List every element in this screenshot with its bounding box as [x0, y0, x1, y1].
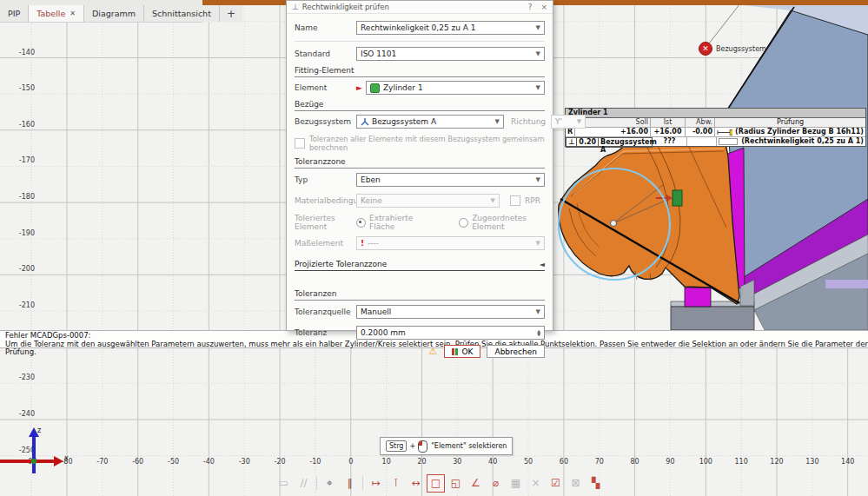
- new-tab-button[interactable]: +: [220, 5, 242, 22]
- x-tick-label: 140: [837, 458, 859, 466]
- help-button[interactable]: ?: [528, 3, 533, 11]
- table-row[interactable]: R+16.00+16.00-0.00(Radius Zylinder Bezug…: [566, 128, 865, 137]
- tab-bar: PIPTabelle✕DiagrammSchnittansicht+: [0, 0, 202, 23]
- toleranzquelle-select[interactable]: Manuell▼: [356, 305, 545, 319]
- box-select-icon[interactable]: ⌖: [321, 474, 339, 493]
- error-cross-icon: ✕: [699, 42, 712, 56]
- x-tick-label: -70: [91, 458, 114, 466]
- bezugssystem-label: Bezugssystem: [295, 117, 356, 126]
- table-row[interactable]: ⊥0.20Bezugssystem A???(Rechtwinkeligkeit…: [566, 137, 865, 146]
- diameter-dimension-icon[interactable]: ⌀: [487, 474, 505, 493]
- x-tick-label: 40: [481, 458, 504, 466]
- name-input[interactable]: Rechtwinkeligkeit 0,25 zu A 1▼: [356, 21, 545, 35]
- chevron-down-icon: ▼: [536, 84, 540, 91]
- chevron-down-icon: ▼: [536, 308, 540, 315]
- cell-pruefung: (Rechtwinkeligkeit 0,25 zu A 1): [717, 137, 865, 146]
- datum-target-marker[interactable]: [673, 190, 682, 206]
- cylinder-element-icon: [370, 83, 380, 93]
- grid-points-icon[interactable]: ▦: [507, 474, 525, 493]
- results-table[interactable]: Zylinder 1 SollIstAbw.PrüfungR+16.00+16.…: [565, 108, 866, 147]
- standard-label: Standard: [295, 50, 356, 58]
- hatch-display-icon[interactable]: ∕∕: [295, 474, 313, 493]
- compare-squares-icon[interactable]: ▚: [586, 474, 605, 493]
- warning-icon: ⚠: [429, 346, 438, 357]
- cell-abw: [687, 137, 717, 146]
- cad-part-orange-bracket[interactable]: [559, 141, 739, 304]
- discard-icon[interactable]: ⊠: [567, 474, 585, 493]
- ctrl-key-icon: Strg: [386, 440, 407, 452]
- tab-pip[interactable]: PIP: [0, 5, 29, 22]
- toleranz-label: Toleranz: [295, 328, 356, 337]
- extracted-surface-radio[interactable]: [356, 218, 366, 228]
- axis-point-icon[interactable]: ⊺: [387, 474, 405, 493]
- chevron-down-icon: ▼: [536, 50, 540, 57]
- projizierte-section[interactable]: Projizierte Toleranzzone◄: [295, 260, 545, 271]
- cad-part-lavender-strip[interactable]: [825, 280, 868, 288]
- associated-element-radio: [459, 218, 468, 228]
- required-arrow-icon: ►: [356, 83, 362, 92]
- apply-check-icon[interactable]: ☑: [547, 474, 565, 493]
- x-tick-label: 30: [446, 458, 468, 466]
- corner-zone-icon[interactable]: ◱: [447, 474, 465, 493]
- y-tick-label: -200: [2, 265, 35, 273]
- x-tick-label: -20: [268, 458, 291, 466]
- typ-select[interactable]: Eben▼: [356, 173, 545, 187]
- selection-hint-tooltip: Strg + "Element" selektieren: [380, 437, 513, 455]
- y-tick-label: -190: [2, 229, 35, 237]
- spinner-icon[interactable]: ▲▼: [537, 329, 540, 336]
- toolbar-separator: [362, 476, 363, 490]
- table-header-row: SollIstAbw.Prüfung: [566, 118, 865, 128]
- point-probe-icon[interactable]: ↦: [367, 474, 385, 493]
- x-tick-label: 50: [517, 458, 540, 466]
- standard-select[interactable]: ISO 1101▼: [356, 47, 545, 61]
- tab-diagramm[interactable]: Diagramm: [84, 5, 144, 22]
- tab-tabelle[interactable]: Tabelle✕: [29, 5, 84, 22]
- measurement-toolbar: ▭∕∕⌖∥↦⊺↔□◱∠⌀▦×☑⊠▚: [274, 473, 606, 493]
- datum-system-badge[interactable]: ✕ Bezugssystem: [699, 42, 766, 56]
- perpendicularity-icon: ⊥: [292, 3, 299, 11]
- element-select[interactable]: Zylinder 1▼: [366, 81, 545, 95]
- header-abw: Abw.: [686, 118, 715, 127]
- header-pruefung: Prüfung: [715, 118, 865, 127]
- x-tick-label: -10: [304, 458, 327, 466]
- scale-icon[interactable]: ×: [527, 474, 545, 493]
- span-bars-icon[interactable]: ∥: [341, 474, 359, 493]
- gdt-feature-control-frame: ⊥0.20Bezugssystem A: [566, 137, 653, 148]
- dialog-title: Rechtwinkligkeit prüfen: [302, 3, 520, 11]
- toleranzzone-section: Toleranzzone: [295, 157, 545, 169]
- measure-point-marker[interactable]: [611, 221, 617, 227]
- ok-button[interactable]: OK: [444, 345, 480, 358]
- x-tick-label: 0: [340, 458, 362, 466]
- length-dimension-icon[interactable]: ↔: [407, 474, 425, 493]
- cad-part-gray-block[interactable]: [671, 307, 754, 330]
- typ-label: Typ: [295, 175, 356, 184]
- x-axis-label: x: [64, 454, 69, 462]
- results-table-title: Zylinder 1: [566, 109, 865, 118]
- tab-close-icon[interactable]: ✕: [70, 10, 76, 17]
- cancel-button[interactable]: Abbrechen: [487, 345, 545, 358]
- cell-pruefung: (Radius Zylinder Bezug B 16h11): [715, 128, 865, 136]
- angle-dimension-icon[interactable]: ∠: [467, 474, 485, 493]
- toleranz-input[interactable]: 0.2000 mm▲▼: [356, 326, 545, 340]
- cell-ist: +16.00: [651, 128, 686, 136]
- ok-status-icon: [452, 348, 454, 355]
- close-button[interactable]: ×: [540, 3, 547, 11]
- mouse-left-click-icon: [418, 440, 427, 453]
- gdt-tolerance-value: 0.20: [577, 138, 599, 147]
- x-tick-label: 100: [694, 458, 717, 466]
- status-placeholder-box: [719, 138, 738, 145]
- material-label: Materialbedingung: [295, 196, 356, 205]
- label-display-icon[interactable]: ▭: [275, 474, 293, 493]
- dialog-titlebar[interactable]: ⊥ Rechtwinkligkeit prüfen ? ×: [287, 1, 553, 14]
- bezugssystem-select[interactable]: Bezugssystem A▼: [356, 115, 504, 129]
- rectangle-zone-icon[interactable]: □: [427, 474, 445, 493]
- element-label: Element: [295, 83, 356, 92]
- richtung-label: Richtung: [511, 117, 546, 126]
- x-tick-label: 20: [411, 458, 434, 466]
- tab-schnittansicht[interactable]: Schnittansicht: [144, 5, 220, 22]
- rpr-checkbox: [510, 195, 520, 206]
- cad-part-magenta-square[interactable]: [685, 288, 711, 307]
- tooltip-action-text: "Element" selektieren: [431, 442, 507, 450]
- x-axis-arrowhead: [54, 456, 63, 466]
- fitting-element-section: Fitting-Element: [295, 66, 545, 77]
